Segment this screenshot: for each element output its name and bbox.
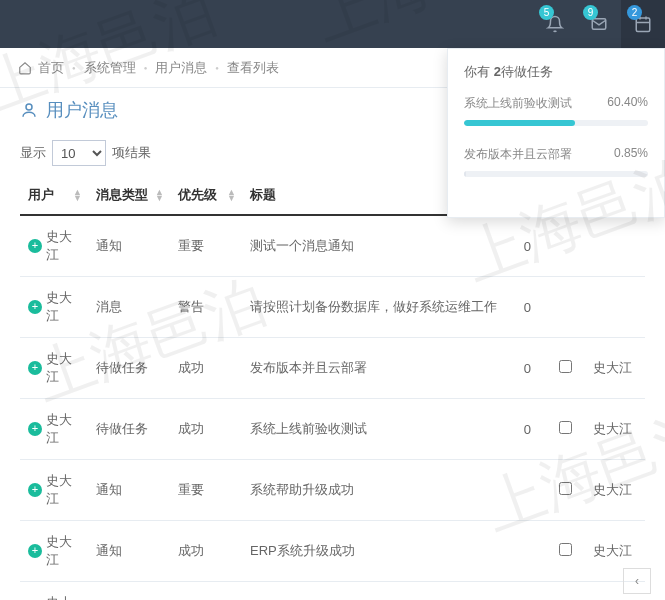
expand-button[interactable]: + bbox=[28, 544, 42, 558]
cell-extra: 0 bbox=[515, 338, 545, 399]
cell-type: 通知 bbox=[88, 460, 170, 521]
cell-user: 史大江 bbox=[46, 350, 74, 386]
expand-button[interactable]: + bbox=[28, 422, 42, 436]
sort-icon[interactable]: ▲▼ bbox=[155, 189, 164, 201]
table-row: + 史大江通知警告数据库需要备份啦史大江 bbox=[20, 582, 645, 601]
cell-title: 系统上线前验收测试 bbox=[242, 399, 515, 460]
cell-user: 史大江 bbox=[46, 411, 74, 447]
expand-button[interactable]: + bbox=[28, 300, 42, 314]
cell-type: 通知 bbox=[88, 215, 170, 277]
cell-user: 史大江 bbox=[46, 472, 74, 508]
cell-actor: 史大江 bbox=[585, 338, 645, 399]
messages-badge: 9 bbox=[583, 5, 598, 20]
tasks-dropdown: 你有 2待做任务 系统上线前验收测试60.40%发布版本并且云部署0.85% bbox=[447, 48, 665, 218]
breadcrumb-separator: ● bbox=[215, 65, 219, 71]
task-percent: 60.40% bbox=[607, 95, 648, 112]
cell-actor: 史大江 bbox=[585, 460, 645, 521]
cell-user: 史大江 bbox=[46, 594, 74, 600]
task-item[interactable]: 系统上线前验收测试60.40% bbox=[464, 95, 648, 126]
cell-title: 系统帮助升级成功 bbox=[242, 460, 515, 521]
sort-icon[interactable]: ▲▼ bbox=[73, 189, 82, 201]
cell-title: 测试一个消息通知 bbox=[242, 215, 515, 277]
breadcrumb-separator: ● bbox=[144, 65, 148, 71]
cell-priority: 警告 bbox=[170, 582, 242, 601]
tasks-header: 你有 2待做任务 bbox=[464, 63, 648, 81]
table-row: + 史大江待做任务成功系统上线前验收测试0史大江 bbox=[20, 399, 645, 460]
tasks-badge: 2 bbox=[627, 5, 642, 20]
breadcrumb-item[interactable]: 用户消息 bbox=[155, 59, 207, 77]
tasks-header-pre: 你有 bbox=[464, 64, 494, 79]
topbar: 5 9 2 bbox=[0, 0, 665, 48]
cell-user: 史大江 bbox=[46, 533, 74, 569]
table-row: + 史大江通知重要系统帮助升级成功史大江 bbox=[20, 460, 645, 521]
cell-title: ERP系统升级成功 bbox=[242, 521, 515, 582]
notifications-badge: 5 bbox=[539, 5, 554, 20]
task-name: 系统上线前验收测试 bbox=[464, 95, 572, 112]
pager-prev[interactable]: ‹ bbox=[623, 568, 651, 594]
column-user[interactable]: 用户 bbox=[28, 187, 54, 202]
row-checkbox[interactable] bbox=[559, 543, 572, 556]
cell-type: 待做任务 bbox=[88, 338, 170, 399]
cell-priority: 成功 bbox=[170, 338, 242, 399]
cell-actor bbox=[585, 277, 645, 338]
column-priority[interactable]: 优先级 bbox=[178, 187, 217, 202]
row-checkbox[interactable] bbox=[559, 360, 572, 373]
tasks-header-post: 待做任务 bbox=[501, 64, 553, 79]
cell-title: 数据库需要备份啦 bbox=[242, 582, 515, 601]
progress-bar bbox=[464, 120, 648, 126]
cell-extra bbox=[515, 582, 545, 601]
cell-user: 史大江 bbox=[46, 228, 74, 264]
table-row: + 史大江待做任务成功发布版本并且云部署0史大江 bbox=[20, 338, 645, 399]
sort-icon[interactable]: ▲▼ bbox=[227, 189, 236, 201]
cell-extra bbox=[515, 521, 545, 582]
expand-button[interactable]: + bbox=[28, 483, 42, 497]
table-row: + 史大江消息警告请按照计划备份数据库，做好系统运维工作0 bbox=[20, 277, 645, 338]
cell-title: 请按照计划备份数据库，做好系统运维工作 bbox=[242, 277, 515, 338]
cell-type: 通知 bbox=[88, 521, 170, 582]
row-checkbox[interactable] bbox=[559, 482, 572, 495]
cell-type: 通知 bbox=[88, 582, 170, 601]
breadcrumb-item: 查看列表 bbox=[227, 59, 279, 77]
cell-priority: 重要 bbox=[170, 215, 242, 277]
cell-priority: 警告 bbox=[170, 277, 242, 338]
column-type[interactable]: 消息类型 bbox=[96, 187, 148, 202]
cell-type: 消息 bbox=[88, 277, 170, 338]
table-row: + 史大江通知成功ERP系统升级成功史大江 bbox=[20, 521, 645, 582]
svg-point-2 bbox=[26, 104, 32, 110]
cell-extra: 0 bbox=[515, 399, 545, 460]
length-select[interactable]: 10 bbox=[52, 140, 106, 166]
topbar-notifications[interactable]: 5 bbox=[533, 0, 577, 48]
progress-fill bbox=[464, 171, 466, 177]
task-name: 发布版本并且云部署 bbox=[464, 146, 572, 163]
cell-title: 发布版本并且云部署 bbox=[242, 338, 515, 399]
row-checkbox[interactable] bbox=[559, 421, 572, 434]
messages-table: 用户▲▼ 消息类型▲▼ 优先级▲▼ 标题▲▼ + 史大江通知重要测试一个消息通知… bbox=[20, 176, 645, 600]
breadcrumb-item[interactable]: 系统管理 bbox=[84, 59, 136, 77]
cell-actor: 史大江 bbox=[585, 399, 645, 460]
expand-button[interactable]: + bbox=[28, 239, 42, 253]
task-item[interactable]: 发布版本并且云部署0.85% bbox=[464, 146, 648, 177]
cell-extra bbox=[515, 460, 545, 521]
cell-user: 史大江 bbox=[46, 289, 74, 325]
cell-type: 待做任务 bbox=[88, 399, 170, 460]
topbar-tasks[interactable]: 2 bbox=[621, 0, 665, 48]
cell-actor bbox=[585, 215, 645, 277]
breadcrumb-home[interactable]: 首页 bbox=[38, 59, 64, 77]
task-percent: 0.85% bbox=[614, 146, 648, 163]
pagination: ‹ bbox=[623, 568, 651, 594]
cell-extra: 0 bbox=[515, 277, 545, 338]
page-title-text: 用户消息 bbox=[46, 98, 118, 122]
tasks-header-count: 2 bbox=[494, 64, 501, 79]
breadcrumb-separator: ● bbox=[72, 65, 76, 71]
cell-priority: 成功 bbox=[170, 399, 242, 460]
progress-fill bbox=[464, 120, 575, 126]
cell-extra: 0 bbox=[515, 215, 545, 277]
topbar-messages[interactable]: 9 bbox=[577, 0, 621, 48]
expand-button[interactable]: + bbox=[28, 361, 42, 375]
svg-rect-1 bbox=[636, 18, 650, 32]
home-icon bbox=[18, 61, 32, 75]
length-label-pre: 显示 bbox=[20, 144, 46, 162]
table-row: + 史大江通知重要测试一个消息通知0 bbox=[20, 215, 645, 277]
progress-bar bbox=[464, 171, 648, 177]
column-title[interactable]: 标题 bbox=[250, 187, 276, 202]
